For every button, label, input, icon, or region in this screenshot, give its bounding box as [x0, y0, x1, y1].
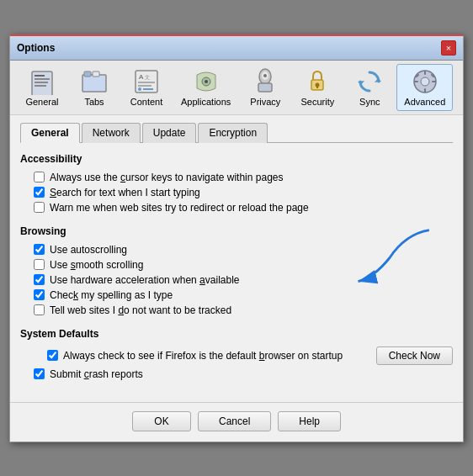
svg-rect-5 [82, 75, 106, 92]
toolbar-label-security: Security [300, 97, 334, 107]
svg-rect-11 [138, 82, 155, 83]
svg-rect-7 [93, 71, 99, 77]
checkbox-cursor-keys[interactable] [34, 172, 45, 182]
toolbar-item-privacy[interactable]: Privacy [240, 64, 290, 111]
window-title: Options [17, 42, 55, 54]
svg-rect-31 [432, 81, 436, 82]
svg-point-27 [421, 77, 429, 86]
checkbox-smooth-scrolling[interactable] [34, 259, 45, 270]
option-hw-acceleration: Use hardware acceleration when available [20, 272, 453, 288]
system-defaults-section: System Defaults Always check to see if F… [20, 328, 453, 382]
option-smooth-scrolling: Use smooth scrolling [20, 257, 453, 272]
title-bar: Options × [10, 36, 463, 61]
svg-text:文: 文 [145, 74, 150, 80]
svg-marker-25 [358, 81, 364, 85]
sub-tabs: General Network Update Encryption [20, 122, 453, 143]
checkbox-autoscrolling[interactable] [34, 244, 45, 255]
toolbar-label-applications: Applications [181, 97, 231, 107]
toolbar-label-sync: Sync [359, 97, 380, 107]
option-crash-reports: Submit crash reports [20, 367, 453, 382]
dialog-buttons: OK Cancel Help [10, 402, 463, 442]
svg-rect-14 [143, 88, 153, 90]
label-crash-reports: Submit crash reports [50, 368, 143, 380]
option-no-track: Tell web sites I do not want to be track… [20, 303, 453, 318]
checkbox-warn-redirect[interactable] [34, 202, 45, 213]
general-icon [29, 68, 56, 95]
label-spell-check: Check my spelling as I type [50, 289, 173, 301]
privacy-icon [252, 68, 279, 95]
svg-point-19 [263, 74, 267, 77]
label-default-browser: Always check to see if Firefox is the de… [63, 350, 343, 362]
option-warn-redirect: Warn me when web sites try to redirect o… [20, 200, 453, 215]
tab-update[interactable]: Update [142, 123, 197, 143]
content-icon: A 文 [133, 68, 160, 95]
toolbar-item-content[interactable]: A 文 Content [121, 64, 172, 111]
label-hw-acceleration: Use hardware acceleration when available [50, 274, 240, 286]
svg-rect-28 [424, 71, 426, 75]
option-default-browser: Always check to see if Firefox is the de… [20, 345, 453, 367]
accessibility-section: Accessibility Always use the cursor keys… [20, 153, 453, 215]
label-warn-redirect: Warn me when web sites try to redirect o… [50, 202, 309, 214]
toolbar-item-advanced[interactable]: Advanced [396, 64, 453, 111]
close-button[interactable]: × [441, 40, 456, 56]
option-cursor-keys: Always use the cursor keys to navigate w… [20, 170, 453, 185]
cancel-button[interactable]: Cancel [198, 411, 271, 431]
checkbox-crash-reports[interactable] [34, 368, 45, 379]
svg-marker-24 [375, 78, 381, 82]
label-autoscrolling: Use autoscrolling [50, 244, 127, 256]
svg-rect-12 [138, 85, 151, 87]
toolbar: General Tabs A 文 Content [10, 61, 463, 115]
svg-text:A: A [139, 73, 144, 81]
tab-network[interactable]: Network [82, 123, 141, 143]
label-search-text: Search for text when I start typing [50, 187, 200, 198]
tab-encryption[interactable]: Encryption [198, 123, 268, 143]
svg-rect-23 [316, 86, 318, 88]
option-search-text: Search for text when I start typing [20, 185, 453, 200]
toolbar-item-general[interactable]: General [17, 64, 67, 111]
toolbar-label-content: Content [130, 97, 163, 107]
svg-rect-6 [84, 71, 91, 77]
checkbox-hw-acceleration[interactable] [34, 274, 45, 285]
toolbar-item-sync[interactable]: Sync [344, 64, 395, 111]
toolbar-label-tabs: Tabs [84, 97, 104, 107]
system-defaults-title: System Defaults [20, 328, 453, 340]
checkbox-spell-check[interactable] [34, 289, 45, 300]
label-cursor-keys: Always use the cursor keys to navigate w… [50, 172, 283, 183]
svg-rect-4 [35, 85, 46, 87]
checkbox-default-browser[interactable] [47, 350, 58, 361]
checkbox-no-track[interactable] [34, 304, 45, 315]
browsing-section: Browsing Use autoscrolling Use smooth sc… [20, 225, 453, 318]
label-smooth-scrolling: Use smooth scrolling [50, 259, 143, 271]
toolbar-label-general: General [25, 97, 58, 107]
applications-icon [193, 68, 220, 95]
label-no-track: Tell web sites I do not want to be track… [50, 304, 231, 316]
sync-icon [356, 68, 383, 95]
svg-rect-20 [258, 83, 272, 92]
svg-point-13 [138, 87, 141, 91]
security-icon [304, 68, 331, 95]
svg-rect-3 [35, 82, 48, 83]
svg-rect-2 [35, 78, 50, 80]
content-area: General Network Update Encryption Access… [10, 115, 463, 402]
tab-general[interactable]: General [20, 123, 80, 143]
toolbar-item-security[interactable]: Security [292, 64, 343, 111]
toolbar-item-tabs[interactable]: Tabs [69, 64, 120, 111]
tabs-icon [81, 68, 108, 95]
svg-point-16 [205, 80, 208, 83]
toolbar-item-applications[interactable]: Applications [173, 64, 238, 111]
svg-rect-30 [414, 81, 418, 82]
accessibility-title: Accessibility [20, 153, 453, 165]
advanced-icon [412, 68, 438, 95]
svg-rect-1 [35, 75, 45, 77]
option-autoscrolling: Use autoscrolling [20, 242, 453, 257]
checkbox-search-text[interactable] [34, 187, 45, 198]
toolbar-label-advanced: Advanced [404, 97, 445, 107]
help-button[interactable]: Help [278, 411, 341, 431]
option-spell-check: Check my spelling as I type [20, 288, 453, 303]
ok-button[interactable]: OK [132, 411, 191, 431]
options-window: Options × General Tabs [9, 34, 464, 442]
svg-rect-29 [424, 88, 426, 93]
check-now-button[interactable]: Check Now [376, 346, 453, 365]
browsing-title: Browsing [20, 225, 453, 237]
toolbar-label-privacy: Privacy [250, 97, 280, 107]
